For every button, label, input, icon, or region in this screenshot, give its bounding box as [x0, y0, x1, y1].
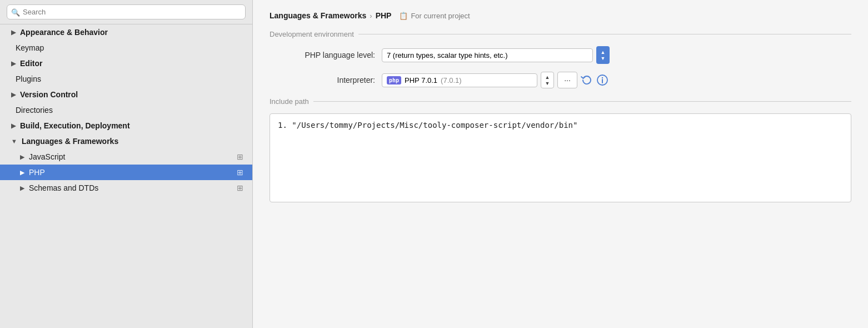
sidebar-item-javascript[interactable]: ▶ JavaScript ⊞ — [0, 149, 252, 165]
sidebar-item-appearance[interactable]: ▶ Appearance & Behavior — [0, 24, 252, 40]
arrow-icon: ▶ — [20, 185, 24, 192]
sidebar-item-label: JavaScript — [29, 152, 65, 161]
refresh-icon — [581, 74, 593, 86]
info-button[interactable] — [596, 74, 608, 86]
breadcrumb-separator: › — [370, 12, 372, 20]
chevron-up-icon: ▲ — [545, 74, 550, 80]
php-level-row: PHP language level: 7 (return types, sca… — [270, 46, 851, 64]
sidebar-item-label: Keymap — [16, 43, 44, 52]
chevron-down-icon: ▼ — [545, 81, 550, 86]
breadcrumb: Languages & Frameworks › PHP 📋 For curre… — [270, 11, 851, 20]
include-path-entry: 1. "/Users/tommy/Projects/Misc/tooly-com… — [278, 121, 577, 130]
project-icon: 📋 — [399, 12, 408, 20]
php-level-select[interactable]: 7 (return types, scalar type hints, etc.… — [382, 48, 593, 62]
sidebar-item-keymap[interactable]: Keymap — [0, 40, 252, 56]
php-level-value: 7 (return types, scalar type hints, etc.… — [387, 51, 507, 59]
main-content: Languages & Frameworks › PHP 📋 For curre… — [253, 0, 868, 328]
arrow-icon: ▶ — [11, 29, 16, 36]
interpreter-value: PHP 7.0.1 — [405, 76, 437, 85]
arrow-icon: ▶ — [20, 169, 24, 176]
php-level-stepper[interactable]: ▲ ▼ — [596, 46, 610, 64]
sidebar-item-plugins[interactable]: Plugins — [0, 71, 252, 87]
sidebar-item-php[interactable]: ▶ PHP ⊞ — [0, 165, 252, 180]
dev-env-section-title: Development environment — [270, 30, 851, 38]
search-container: 🔍 — [0, 0, 252, 24]
include-path-section-title: Include path — [270, 97, 851, 106]
interpreter-stepper[interactable]: ▲ ▼ — [541, 72, 554, 88]
sidebar-item-label: Languages & Frameworks — [22, 137, 118, 146]
search-wrapper: 🔍 — [7, 4, 246, 19]
sidebar-item-label: PHP — [29, 168, 45, 177]
refresh-button[interactable] — [581, 74, 593, 86]
copy-icon: ⊞ — [237, 152, 243, 161]
sidebar-item-editor[interactable]: ▶ Editor — [0, 56, 252, 71]
copy-icon: ⊞ — [237, 183, 243, 192]
php-level-select-wrapper: 7 (return types, scalar type hints, etc.… — [382, 46, 610, 64]
arrow-icon: ▶ — [11, 60, 16, 67]
php-level-label: PHP language level: — [286, 51, 375, 59]
interpreter-label: Interpreter: — [286, 76, 375, 85]
sidebar-item-label: Plugins — [16, 74, 41, 83]
search-input[interactable] — [7, 4, 246, 19]
arrow-icon: ▼ — [11, 138, 17, 145]
sidebar-item-label: Editor — [20, 59, 42, 68]
sidebar-item-build[interactable]: ▶ Build, Execution, Deployment — [0, 118, 252, 133]
interpreter-select-wrapper: php PHP 7.0.1 (7.0.1) ▲ ▼ ··· — [382, 72, 608, 88]
interpreter-browse-button[interactable]: ··· — [557, 72, 577, 88]
chevron-down-icon: ▼ — [601, 56, 606, 61]
chevron-up-icon: ▲ — [601, 49, 606, 55]
project-badge: 📋 For current project — [399, 12, 470, 20]
sidebar-item-label: Appearance & Behavior — [20, 28, 108, 37]
arrow-icon: ▶ — [20, 153, 24, 161]
breadcrumb-part2: PHP — [376, 11, 392, 20]
interpreter-version: (7.0.1) — [441, 76, 462, 85]
sidebar: 🔍 ▶ Appearance & Behavior Keymap ▶ Edito… — [0, 0, 253, 328]
project-label: For current project — [411, 12, 470, 20]
arrow-icon: ▶ — [11, 91, 16, 98]
info-icon — [596, 74, 608, 86]
php-badge: php — [387, 76, 401, 85]
copy-icon: ⊞ — [237, 168, 243, 177]
sidebar-item-label: Directories — [16, 106, 53, 115]
interpreter-select[interactable]: php PHP 7.0.1 (7.0.1) — [382, 73, 537, 87]
sidebar-item-languages[interactable]: ▼ Languages & Frameworks — [0, 133, 252, 149]
ellipsis-icon: ··· — [564, 76, 571, 85]
sidebar-item-label: Schemas and DTDs — [29, 183, 98, 192]
search-icon: 🔍 — [11, 8, 20, 16]
arrow-icon: ▶ — [11, 122, 16, 130]
interpreter-row: Interpreter: php PHP 7.0.1 (7.0.1) ▲ ▼ ·… — [270, 72, 851, 88]
sidebar-item-directories[interactable]: Directories — [0, 102, 252, 118]
breadcrumb-part1: Languages & Frameworks — [270, 11, 366, 20]
sidebar-item-label: Build, Execution, Deployment — [20, 121, 130, 130]
sidebar-item-schemas[interactable]: ▶ Schemas and DTDs ⊞ — [0, 180, 252, 196]
sidebar-item-label: Version Control — [20, 90, 78, 99]
svg-point-2 — [602, 77, 603, 78]
sidebar-item-version-control[interactable]: ▶ Version Control — [0, 87, 252, 102]
include-path-box[interactable]: 1. "/Users/tommy/Projects/Misc/tooly-com… — [270, 113, 851, 202]
